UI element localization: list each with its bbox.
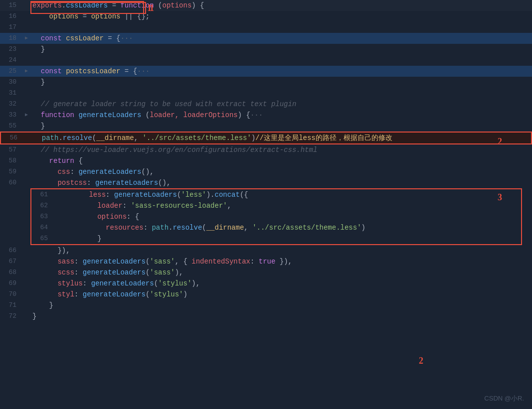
line-num-65: 65 (31, 233, 54, 244)
code-line-16: 16 options = options || {}; (0, 11, 532, 22)
line-num-72: 72 (0, 311, 22, 322)
fold-25[interactable]: ▶ (22, 66, 30, 77)
line-num-59: 59 (0, 166, 22, 177)
code-line-69: 69 stylus: generateLoaders('stylus'), (0, 278, 532, 289)
line-content-16: options = options || {}; (30, 11, 532, 22)
code-line-71: 71 } (0, 300, 532, 311)
line-num-66: 66 (0, 245, 22, 256)
line-content-68: scss: generateLoaders('sass'), (30, 267, 532, 278)
line-content-15: exports.cssLoaders = function (options) … (30, 0, 532, 11)
code-line-72: 72 } (0, 311, 532, 322)
watermark: CSDN @小R. (484, 394, 524, 403)
line-num-18: 18 (0, 33, 22, 44)
line-num-15: 15 (0, 0, 22, 11)
line-content-64: resources: path.resolve(__dirname, '../s… (62, 222, 521, 233)
line-content-66: }), (30, 245, 532, 256)
annotation-label-2: 2 (419, 356, 423, 366)
code-line-15: 15 exports.cssLoaders = function (option… (0, 0, 532, 11)
line-content-30: } (30, 77, 532, 88)
code-line-68: 68 scss: generateLoaders('sass'), (0, 267, 532, 278)
fold-18[interactable]: ▶ (22, 33, 30, 44)
line-content-62: loader: 'sass-resources-loader', (62, 200, 521, 211)
line-content-23: } (30, 44, 532, 55)
line-content-59: css: generateLoaders(), (30, 166, 532, 177)
line-num-24: 24 (0, 55, 22, 66)
code-line-56: 56 path.resolve(__dirname, '../src/asset… (0, 132, 532, 144)
line-num-56: 56 (1, 133, 23, 143)
code-line-18: 18 ▶ const cssLoader = {··· (0, 33, 532, 44)
line-content-60: postcss: generateLoaders(), (30, 177, 532, 188)
line-num-32: 32 (0, 99, 22, 110)
line-num-23: 23 (0, 44, 22, 55)
line-content-57: // https://vue-loader.vuejs.org/en/confi… (30, 144, 532, 155)
line-content-61: less: generateLoaders('less').concat({ (62, 189, 521, 200)
line-content-63: options: { (62, 211, 521, 222)
line-num-62: 62 (31, 200, 54, 211)
code-line-30: 30 } (0, 77, 532, 88)
code-line-70: 70 styl: generateLoaders('stylus') (0, 289, 532, 300)
line-content-32: // generate loader string to be used wit… (30, 99, 532, 110)
code-line-60: 60 postcss: generateLoaders(), (0, 177, 532, 188)
code-line-32: 32 // generate loader string to be used … (0, 99, 532, 110)
line-content-58: return { (30, 155, 532, 166)
code-line-62: 62 loader: 'sass-resources-loader', (31, 200, 521, 211)
line-content-67: sass: generateLoaders('sass', { indented… (30, 256, 532, 267)
line-content-24 (30, 55, 532, 66)
code-line-58: 58 return { (0, 155, 532, 166)
line-content-72: } (30, 311, 532, 322)
code-line-64: 64 resources: path.resolve(__dirname, '.… (31, 222, 521, 233)
line-num-69: 69 (0, 278, 22, 289)
line-num-61: 61 (31, 189, 54, 200)
code-line-65: 65 } (31, 233, 521, 244)
line-num-17: 17 (0, 22, 22, 33)
code-line-57: 57 // https://vue-loader.vuejs.org/en/co… (0, 144, 532, 155)
line-num-31: 31 (0, 88, 22, 99)
line-num-30: 30 (0, 77, 22, 88)
code-line-61: 61 less: generateLoaders('less').concat(… (31, 189, 521, 200)
code-line-67: 67 sass: generateLoaders('sass', { inden… (0, 256, 532, 267)
line-num-64: 64 (31, 222, 54, 233)
code-line-31: 31 (0, 88, 532, 99)
code-line-33: 33 ▶ function generateLoaders (loader, l… (0, 110, 532, 121)
code-line-66: 66 }), (0, 245, 532, 256)
line-content-56: path.resolve(__dirname, '../src/assets/t… (31, 133, 531, 143)
line-content-69: stylus: generateLoaders('stylus'), (30, 278, 532, 289)
line-num-71: 71 (0, 300, 22, 311)
code-line-25: 25 ▶ const postcssLoader = {··· (0, 66, 532, 77)
code-line-17: 17 (0, 22, 532, 33)
line-num-68: 68 (0, 267, 22, 278)
line-content-71: } (30, 300, 532, 311)
line-num-67: 67 (0, 256, 22, 267)
line-content-17 (30, 22, 532, 33)
line-num-58: 58 (0, 155, 22, 166)
line-num-16: 16 (0, 11, 22, 22)
code-editor: 1 2 3 15 exports.cssLoaders = function (… (0, 0, 532, 409)
code-line-55: 55 } (0, 121, 532, 132)
line-content-55: } (30, 121, 532, 132)
line-content-70: styl: generateLoaders('stylus') (30, 289, 532, 300)
annotation-box-3-container: 3 61 less: generateLoaders('less').conca… (30, 188, 522, 245)
line-num-25: 25 (0, 66, 22, 77)
line-content-33: function generateLoaders (loader, loader… (30, 110, 532, 121)
line-num-63: 63 (31, 211, 54, 222)
line-num-60: 60 (0, 177, 22, 188)
line-num-33: 33 (0, 110, 22, 121)
line-content-31 (30, 88, 532, 99)
code-line-24: 24 (0, 55, 532, 66)
code-line-63: 63 options: { (31, 211, 521, 222)
fold-33[interactable]: ▶ (22, 110, 30, 121)
line-content-18: const cssLoader = {··· (30, 33, 532, 44)
line-content-65: } (62, 233, 521, 244)
code-line-23: 23 } (0, 44, 532, 55)
line-num-55: 55 (0, 121, 22, 132)
line-num-70: 70 (0, 289, 22, 300)
line-num-57: 57 (0, 144, 22, 155)
line-content-25: const postcssLoader = {··· (30, 66, 532, 77)
code-line-59: 59 css: generateLoaders(), (0, 166, 532, 177)
